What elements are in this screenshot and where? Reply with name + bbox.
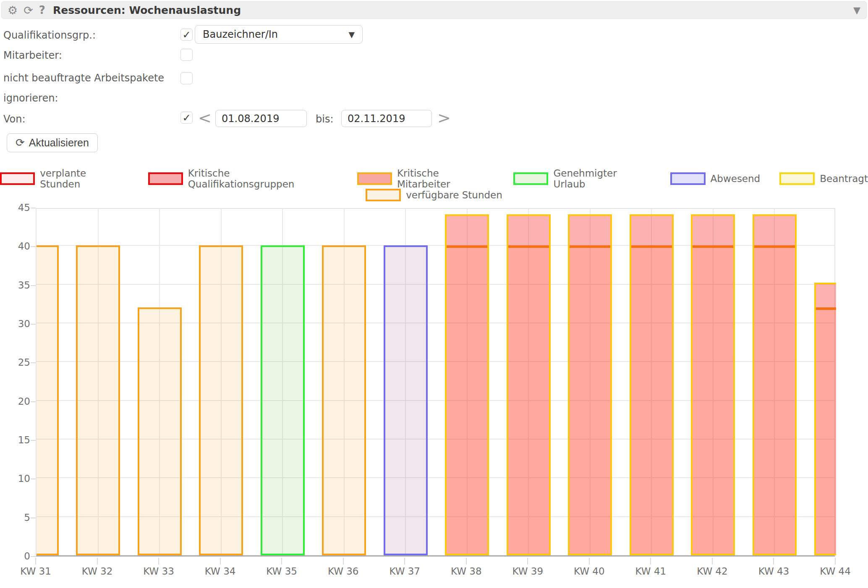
help-icon[interactable]: ?	[39, 5, 45, 16]
bar-segment-overbooked	[447, 216, 487, 245]
x-axis-tick	[343, 558, 344, 565]
legend-label: Abwesend	[711, 173, 761, 184]
legend-item: Genehmigter Urlaub	[513, 168, 651, 190]
bar-segment-available	[816, 307, 837, 554]
bar-segment-available	[447, 245, 487, 554]
refresh-button[interactable]: ⟳ Aktualisieren	[7, 133, 98, 152]
employee-checkbox[interactable]	[180, 49, 193, 61]
x-axis-tick	[97, 558, 98, 565]
panel-titlebar: ⚙ ⟳ ? Ressourcen: Wochenauslastung ▼	[1, 1, 867, 19]
x-axis-tick	[220, 558, 221, 565]
bar-segment-overbooked	[754, 216, 795, 245]
x-axis-tick-label: KW 32	[67, 566, 128, 577]
y-axis-tick-label: 45	[1, 202, 30, 213]
legend-item: Kritische Qualifikationsgruppen	[148, 168, 338, 190]
x-axis-tick	[466, 558, 467, 565]
legend-item: Beantragt	[779, 168, 868, 190]
chart-legend-row2: verfügbare Stunden	[0, 189, 868, 201]
x-axis-tick-label: KW 35	[251, 566, 312, 577]
select-caret-icon: ▼	[348, 30, 355, 39]
check-icon: ✓	[182, 112, 191, 124]
legend-item: verfügbare Stunden	[366, 189, 502, 201]
legend-swatch	[779, 172, 815, 185]
bar-segment-overbooked	[693, 216, 733, 245]
y-axis-tick	[31, 324, 36, 325]
panel-title: Ressourcen: Wochenauslastung	[53, 4, 241, 16]
y-axis-tick-label: 10	[1, 473, 30, 484]
bar-kw33	[138, 307, 182, 555]
bar-kw43	[753, 214, 797, 555]
to-label: bis:	[316, 113, 334, 125]
chevron-right-icon[interactable]: >	[437, 110, 451, 126]
legend-label: Kritische Mitarbeiter	[397, 168, 494, 190]
x-axis-tick	[773, 558, 774, 565]
qualification-checkbox[interactable]: ✓	[180, 29, 193, 41]
legend-swatch	[148, 172, 183, 185]
collapse-caret-icon[interactable]: ▼	[853, 5, 860, 16]
qualification-select[interactable]: Bauzeichner/In ▼	[195, 25, 363, 44]
gear-icon[interactable]: ⚙	[8, 5, 18, 16]
bar-segment-available	[570, 245, 610, 554]
legend-swatch	[357, 172, 392, 185]
from-date-value: 01.08.2019	[222, 113, 279, 125]
x-axis-tick-label: KW 40	[559, 566, 620, 577]
x-axis-tick	[712, 558, 713, 565]
bar-kw37	[384, 245, 428, 555]
bar-segment-overbooked	[631, 216, 672, 245]
packages-label-line1: nicht beauftragte Arbeitspakete	[3, 72, 164, 84]
bar-kw39	[507, 214, 551, 555]
legend-item: Abwesend	[670, 168, 761, 190]
x-axis-tick-label: KW 31	[5, 566, 66, 577]
x-axis-tick-label: KW 36	[313, 566, 374, 577]
bar-kw32	[76, 245, 120, 555]
y-axis-tick	[31, 362, 36, 363]
y-axis-tick-label: 35	[1, 280, 30, 291]
legend-label: Kritische Qualifikationsgruppen	[188, 168, 338, 190]
y-axis-tick	[31, 440, 36, 441]
bar-segment-overbooked	[570, 216, 610, 245]
x-axis-tick	[589, 558, 590, 565]
from-label: Von:	[3, 113, 26, 125]
bar-segment-overbooked	[508, 216, 549, 245]
bar-kw44	[814, 283, 837, 555]
y-axis-tick-label: 0	[1, 551, 30, 562]
legend-label: Beantragt	[820, 173, 868, 184]
y-axis-tick-label: 25	[1, 357, 30, 368]
bar-kw34	[199, 245, 243, 555]
bar-segment-available	[631, 245, 672, 554]
from-date-input[interactable]: 01.08.2019	[215, 110, 307, 127]
daterange-checkbox[interactable]: ✓	[180, 112, 193, 124]
to-date-value: 02.11.2019	[348, 113, 405, 125]
bar-kw38	[445, 214, 489, 555]
y-axis-tick-label: 20	[1, 396, 30, 407]
weekly-utilization-chart: 051015202530354045KW 31KW 32KW 33KW 34KW…	[0, 208, 868, 588]
x-axis-tick-label: KW 37	[374, 566, 435, 577]
x-axis-tick	[835, 558, 836, 565]
y-axis-tick	[31, 479, 36, 479]
y-axis-tick-label: 40	[1, 241, 30, 252]
qualification-label: Qualifikationsgrp.:	[3, 29, 96, 41]
bar-kw31	[37, 245, 59, 555]
refresh-icon[interactable]: ⟳	[24, 5, 33, 16]
legend-swatch	[0, 172, 35, 185]
bar-kw41	[630, 214, 674, 555]
y-axis-tick	[31, 518, 36, 518]
to-date-input[interactable]: 02.11.2019	[341, 110, 432, 127]
bar-segment-available	[508, 245, 549, 554]
y-axis-tick	[31, 285, 36, 286]
y-axis-tick	[31, 401, 36, 402]
x-axis-tick-label: KW 39	[497, 566, 558, 577]
bar-segment-overbooked	[816, 284, 837, 307]
bar-kw42	[691, 214, 735, 555]
chart-plot-area	[36, 208, 835, 557]
refresh-button-label: Aktualisieren	[29, 137, 89, 149]
y-axis-tick-label: 5	[1, 512, 30, 523]
x-axis-tick-label: KW 43	[743, 566, 804, 577]
x-axis-tick-label: KW 41	[620, 566, 681, 577]
y-axis-tick	[31, 208, 36, 208]
x-axis-tick-label: KW 38	[436, 566, 497, 577]
y-axis-tick	[31, 246, 36, 247]
packages-checkbox[interactable]	[180, 72, 193, 84]
chevron-left-icon[interactable]: <	[198, 110, 212, 126]
bar-kw40	[568, 214, 612, 555]
